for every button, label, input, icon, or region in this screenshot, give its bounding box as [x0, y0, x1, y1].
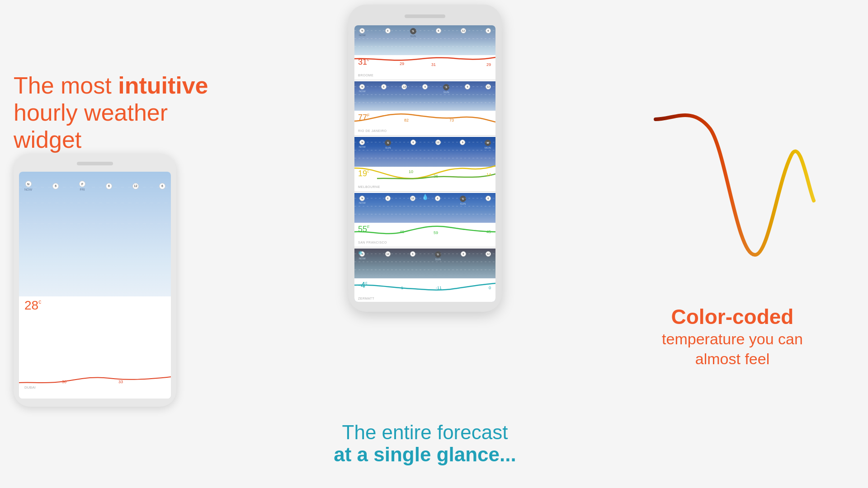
time-6b: 6: [106, 183, 112, 189]
sf-city: SAN FRANCISCO: [358, 241, 387, 244]
headline: The most intuitive hourly weather widget: [14, 72, 235, 153]
zermatt-label-0: 0: [489, 286, 491, 290]
zermatt-curve: [354, 275, 495, 296]
color-coded-title: Color-coded: [662, 305, 803, 329]
headline-normal: The most: [14, 72, 118, 99]
right-section: Color-coded temperature you can almost f…: [597, 0, 868, 488]
broome-curve: [354, 52, 495, 72]
big-phone-screen: N NOW 6 S SUN 6: [354, 25, 495, 302]
time-now: N NOW: [24, 181, 32, 191]
color-coded-text: Color-coded temperature you can almost f…: [662, 305, 803, 369]
dubai-curve-svg: [19, 367, 171, 389]
time-circle-6: 6: [52, 183, 59, 189]
time-circle-6c: 6: [159, 183, 165, 189]
phone-notch: [77, 162, 113, 165]
sf-label-46: 46: [400, 230, 404, 234]
phone-mockup: N NOW 6 F FRI 6: [14, 154, 176, 407]
time-fri: F FRI: [79, 181, 85, 191]
rio-label-73: 73: [449, 118, 454, 122]
dubai-temp-30: 30: [62, 380, 66, 384]
time-circle-6b: 6: [106, 183, 112, 189]
center-section: N NOW 6 S SUN 6: [253, 0, 597, 488]
rio-curve: [354, 108, 495, 128]
zermatt-city: ZERMATT: [358, 297, 374, 300]
rio-label-82: 82: [404, 118, 409, 122]
sf-curve: [354, 219, 495, 239]
phone-screen: N NOW 6 F FRI 6: [19, 172, 171, 399]
sf-label-45: 45: [486, 230, 491, 234]
zermatt-widget: ❄ N NOW 12 6 S: [354, 249, 495, 302]
sf-label-59: 59: [434, 230, 438, 235]
dubai-timeline: N NOW 6 F FRI 6: [19, 181, 171, 191]
zermatt-label-m11: -11: [436, 286, 442, 290]
melbourne-label-26: 26: [434, 174, 438, 178]
rio-city: RIO DE JANEIRO: [358, 129, 387, 132]
time-6c: 6: [159, 183, 165, 189]
dubai-city: DUBAI: [24, 385, 35, 389]
time-circle-fri: F: [79, 181, 85, 187]
bottom-line1: The entire forecast: [334, 422, 516, 443]
melbourne-curves: [354, 161, 495, 184]
color-coded-subtitle-line1: temperature you can: [662, 329, 803, 349]
time-circle-12: 12: [132, 183, 139, 189]
broome-widget: N NOW 6 S SUN 6: [354, 25, 495, 79]
melbourne-label-10: 10: [409, 169, 413, 174]
broome-label-29b: 29: [486, 62, 491, 67]
sf-widget: 💧 N NOW 6 12 6: [354, 193, 495, 246]
dubai-temp: 28c: [24, 299, 41, 312]
melbourne-widget: N NOW S SUN 6 12: [354, 137, 495, 190]
dubai-temp-unit: c: [38, 299, 41, 305]
divider-1: [354, 80, 495, 80]
headline-bold: intuitive: [118, 72, 208, 99]
broome-label-31: 31: [431, 62, 436, 67]
time-6: 6: [52, 183, 59, 189]
dubai-bottom: 28c 30 33 DUBAI: [19, 296, 171, 399]
melbourne-city: MELBOURNE: [358, 185, 380, 188]
zermatt-label-m1: -1: [400, 286, 403, 290]
bottom-text: The entire forecast at a single glance..…: [334, 422, 516, 465]
big-phone: N NOW 6 S SUN 6: [348, 5, 502, 312]
headline-line2: hourly weather widget: [14, 99, 168, 153]
curve-graphic: [646, 92, 818, 282]
bottom-line2: at a single glance...: [334, 444, 516, 465]
broome-label-29a: 29: [400, 61, 404, 66]
divider-3: [354, 191, 495, 192]
left-section: The most intuitive hourly weather widget: [0, 0, 253, 488]
melbourne-label-14: 14: [486, 172, 491, 177]
dubai-sky: N NOW 6 F FRI 6: [19, 172, 171, 296]
divider-2: [354, 135, 495, 136]
dubai-temp-33: 33: [118, 380, 123, 384]
broome-city: BROOME: [358, 74, 373, 77]
time-12: 12: [132, 183, 139, 189]
big-phone-notch: [405, 14, 445, 18]
rio-widget: N NOW 6 12 6 S: [354, 81, 495, 135]
divider-4: [354, 247, 495, 248]
temperature-curve-svg: [646, 92, 818, 282]
time-circle-now: N: [25, 181, 32, 187]
color-coded-subtitle-line2: almost feel: [662, 349, 803, 369]
dubai-widget: N NOW 6 F FRI 6: [19, 172, 171, 399]
